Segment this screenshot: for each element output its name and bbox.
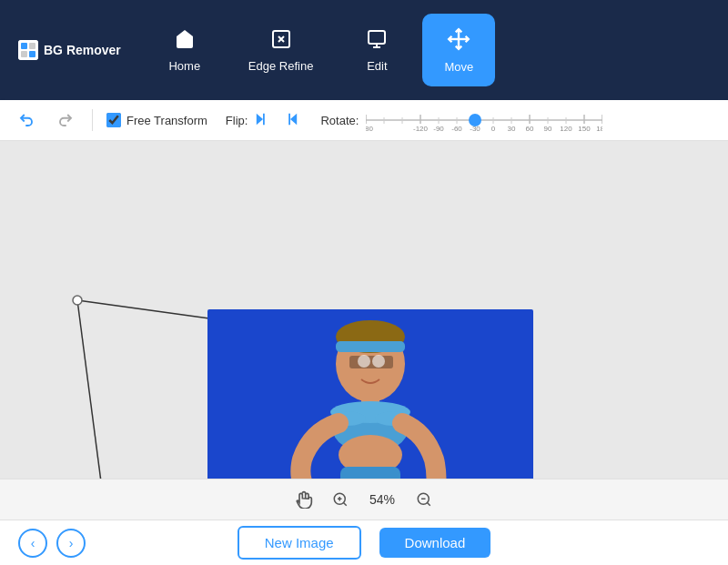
brand-icon [18,40,38,60]
svg-line-42 [77,300,116,479]
nav-item-edge-refine-label: Edge Refine [248,59,314,73]
flip-group: Flip: [226,109,303,132]
undo-button[interactable] [14,107,39,133]
new-image-button[interactable]: New Image [238,526,361,560]
svg-rect-6 [369,31,385,44]
nav-arrows: ‹ › [18,529,86,558]
free-transform-label[interactable]: Free Transform [126,114,207,127]
svg-text:-180: -180 [366,125,374,133]
toolbar: Free Transform Flip: Rotate: [0,100,728,141]
nav-brand: BG Remover [18,40,121,60]
nav-item-edit-label: Edit [367,59,387,73]
svg-text:-120: -120 [413,125,429,133]
nav-item-home[interactable]: Home [148,14,221,86]
nav-item-move-label: Move [444,60,473,74]
nav-item-edge-refine[interactable]: Edge Refine [230,14,332,86]
svg-text:180: 180 [597,125,603,133]
subject-image [207,309,533,479]
next-button[interactable]: › [56,529,86,558]
nav-item-edit[interactable]: Edit [340,14,413,86]
svg-text:0: 0 [491,125,496,133]
home-icon [174,28,196,54]
next-icon: › [69,536,74,550]
brand-label: BG Remover [44,43,121,57]
hand-tool-button[interactable] [291,487,317,512]
svg-point-40 [469,114,481,126]
edit-icon [366,28,388,54]
svg-text:-60: -60 [452,125,463,133]
svg-text:60: 60 [526,125,534,133]
svg-point-53 [358,355,370,368]
flip-horizontal-button[interactable] [251,109,275,132]
canvas-area[interactable] [0,141,728,479]
footer: ‹ › New Image Download [0,520,728,565]
free-transform-checkbox[interactable] [106,113,121,127]
prev-icon: ‹ [31,536,35,550]
free-transform-group: Free Transform [106,113,207,127]
svg-text:150: 150 [579,125,592,133]
svg-rect-3 [21,51,27,57]
svg-rect-52 [349,356,393,368]
svg-line-41 [77,300,209,318]
rotate-label: Rotate: [320,114,359,127]
rotate-ruler-svg: -180 -120 -90 -60 -30 0 30 60 90 120 150… [366,107,602,133]
svg-rect-61 [340,467,400,479]
rotate-group: Rotate: -180 [320,109,602,131]
svg-text:120: 120 [561,125,573,133]
child-figure-svg [275,314,466,479]
svg-rect-51 [336,341,405,352]
flip-label: Flip: [226,114,248,127]
svg-point-45 [73,296,82,305]
edge-refine-icon [270,28,292,54]
svg-marker-11 [290,113,297,125]
svg-point-54 [372,355,385,368]
svg-rect-4 [29,51,35,57]
nav-item-move[interactable]: Move [422,14,495,86]
svg-rect-2 [29,43,35,49]
navbar: BG Remover Home Edge Refine Edit Move [0,0,728,100]
sep1 [92,109,93,131]
download-button[interactable]: Download [379,528,491,558]
svg-line-72 [427,502,430,505]
rotate-ruler[interactable]: -180 -120 -90 -60 -30 0 30 60 90 120 150… [366,109,602,131]
zoom-level: 54% [364,492,400,507]
prev-button[interactable]: ‹ [18,529,47,558]
svg-text:90: 90 [544,125,552,133]
zoom-out-button[interactable] [411,487,437,512]
svg-rect-1 [21,43,27,49]
zoom-in-button[interactable] [328,487,353,512]
svg-line-68 [343,502,346,505]
svg-text:30: 30 [508,125,516,133]
move-icon [447,27,470,55]
zoom-bar: 54% [0,479,728,520]
flip-vertical-button[interactable] [278,109,302,132]
redo-button[interactable] [53,107,78,133]
svg-text:-90: -90 [434,125,445,133]
svg-marker-9 [257,113,263,125]
nav-item-home-label: Home [168,59,200,73]
